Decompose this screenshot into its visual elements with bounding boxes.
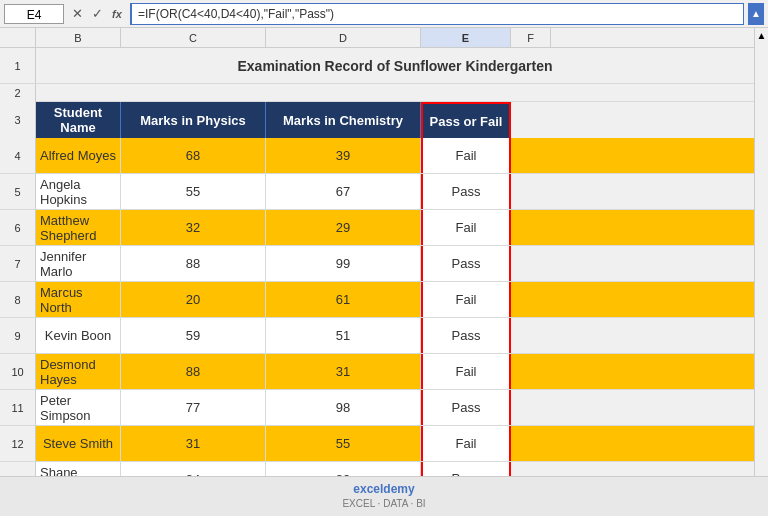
- vertical-scrollbar[interactable]: ▲: [754, 28, 768, 476]
- cell-ref-box[interactable]: E4: [4, 4, 64, 24]
- cell-physics-4[interactable]: 68: [121, 138, 266, 173]
- col-header-f[interactable]: F: [511, 28, 551, 47]
- row-num-header: [0, 28, 36, 47]
- cell-physics-13[interactable]: 84: [121, 462, 266, 476]
- table-row: 12 Steve Smith 31 55 Fail: [0, 426, 754, 462]
- formula-bar-icons: ✕ ✓ fx: [68, 5, 126, 23]
- cell-f-12: [511, 426, 551, 461]
- cell-result-7[interactable]: Pass: [421, 246, 511, 281]
- cell-name-7[interactable]: Jennifer Marlo: [36, 246, 121, 281]
- cell-f-5: [511, 174, 551, 209]
- table-row: 8 Marcus North 20 61 Fail: [0, 282, 754, 318]
- row-2: 2: [0, 84, 754, 102]
- cell-physics-11[interactable]: 77: [121, 390, 266, 425]
- cell-chemistry-6[interactable]: 29: [266, 210, 421, 245]
- table-row: 9 Kevin Boon 59 51 Pass: [0, 318, 754, 354]
- table-row: 7 Jennifer Marlo 88 99 Pass: [0, 246, 754, 282]
- cell-f-11: [511, 390, 551, 425]
- cell-physics-12[interactable]: 31: [121, 426, 266, 461]
- confirm-icon[interactable]: ✓: [88, 5, 106, 23]
- cell-physics-6[interactable]: 32: [121, 210, 266, 245]
- cell-physics-5[interactable]: 55: [121, 174, 266, 209]
- cell-f-8: [511, 282, 551, 317]
- col-header-d[interactable]: D: [266, 28, 421, 47]
- row-num-6: 6: [0, 210, 36, 245]
- cell-name-8[interactable]: Marcus North: [36, 282, 121, 317]
- cancel-icon[interactable]: ✕: [68, 5, 86, 23]
- app-window: E4 ✕ ✓ fx ▲ B C D E F 1 Examination Reco…: [0, 0, 768, 516]
- cell-name-5[interactable]: Angela Hopkins: [36, 174, 121, 209]
- cell-physics-8[interactable]: 20: [121, 282, 266, 317]
- cell-f-9: [511, 318, 551, 353]
- cell-result-5[interactable]: Pass: [421, 174, 511, 209]
- col-header-c[interactable]: C: [121, 28, 266, 47]
- insert-function-icon[interactable]: fx: [108, 5, 126, 23]
- title-cell: Examination Record of Sunflower Kinderga…: [36, 48, 754, 83]
- cell-f-13: [511, 462, 551, 476]
- cell-chemistry-11[interactable]: 98: [266, 390, 421, 425]
- cell-result-13[interactable]: Pass: [421, 462, 511, 476]
- header-pass-fail: Pass or Fail: [421, 102, 511, 138]
- header-marks-physics: Marks in Physics: [121, 102, 266, 138]
- cell-chemistry-7[interactable]: 99: [266, 246, 421, 281]
- cell-name-9[interactable]: Kevin Boon: [36, 318, 121, 353]
- watermark: exceldemy EXCEL · DATA · BI: [0, 476, 768, 516]
- table-row: 4 Alfred Moyes 68 39 Fail: [0, 138, 754, 174]
- cell-chemistry-9[interactable]: 51: [266, 318, 421, 353]
- row-3: 3 Student Name Marks in Physics Marks in…: [0, 102, 754, 138]
- cell-result-9[interactable]: Pass: [421, 318, 511, 353]
- row-num-12: 12: [0, 426, 36, 461]
- row-1: 1 Examination Record of Sunflower Kinder…: [0, 48, 754, 84]
- cell-name-12[interactable]: Steve Smith: [36, 426, 121, 461]
- cell-physics-7[interactable]: 88: [121, 246, 266, 281]
- cell-physics-9[interactable]: 59: [121, 318, 266, 353]
- header-student-name: Student Name: [36, 102, 121, 138]
- row-2-num: 2: [0, 84, 36, 102]
- cell-name-6[interactable]: Matthew Shepherd: [36, 210, 121, 245]
- table-row: 10 Desmond Hayes 88 31 Fail: [0, 354, 754, 390]
- table-row: 11 Peter Simpson 77 98 Pass: [0, 390, 754, 426]
- cell-f-7: [511, 246, 551, 281]
- cell-chemistry-8[interactable]: 61: [266, 282, 421, 317]
- spreadsheet-area: B C D E F 1 Examination Record of Sunflo…: [0, 28, 768, 476]
- col-headers: B C D E F: [0, 28, 754, 48]
- cell-chemistry-13[interactable]: 80: [266, 462, 421, 476]
- cell-name-10[interactable]: Desmond Hayes: [36, 354, 121, 389]
- cell-chemistry-12[interactable]: 55: [266, 426, 421, 461]
- table-row: 13 Shane Hayes 84 80 Pass: [0, 462, 754, 476]
- table-row: 5 Angela Hopkins 55 67 Pass: [0, 174, 754, 210]
- row-3-num: 3: [0, 102, 36, 138]
- col-header-e[interactable]: E: [421, 28, 511, 47]
- table-row: 6 Matthew Shepherd 32 29 Fail: [0, 210, 754, 246]
- cell-chemistry-4[interactable]: 39: [266, 138, 421, 173]
- row-num-11: 11: [0, 390, 36, 425]
- formula-scroll-arrow[interactable]: ▲: [748, 3, 764, 25]
- row-1-num: 1: [0, 48, 36, 83]
- row-num-13: 13: [0, 462, 36, 476]
- header-marks-chemistry: Marks in Chemistry: [266, 102, 421, 138]
- formula-bar: E4 ✕ ✓ fx ▲: [0, 0, 768, 28]
- formula-input[interactable]: [130, 3, 744, 25]
- cell-physics-10[interactable]: 88: [121, 354, 266, 389]
- cell-name-13[interactable]: Shane Hayes: [36, 462, 121, 476]
- watermark-text: exceldemy EXCEL · DATA · BI: [342, 482, 425, 511]
- cell-name-11[interactable]: Peter Simpson: [36, 390, 121, 425]
- row-num-5: 5: [0, 174, 36, 209]
- row-num-10: 10: [0, 354, 36, 389]
- cell-f-10: [511, 354, 551, 389]
- row-num-9: 9: [0, 318, 36, 353]
- col-header-b[interactable]: B: [36, 28, 121, 47]
- cell-chemistry-10[interactable]: 31: [266, 354, 421, 389]
- row-2-empty: [36, 84, 754, 101]
- cell-chemistry-5[interactable]: 67: [266, 174, 421, 209]
- cell-result-10[interactable]: Fail: [421, 354, 511, 389]
- cell-name-4[interactable]: Alfred Moyes: [36, 138, 121, 173]
- cell-result-6[interactable]: Fail: [421, 210, 511, 245]
- cell-f-6: [511, 210, 551, 245]
- cell-result-4[interactable]: Fail: [421, 138, 511, 173]
- spreadsheet: B C D E F 1 Examination Record of Sunflo…: [0, 28, 754, 476]
- cell-f-4: [511, 138, 551, 173]
- cell-result-8[interactable]: Fail: [421, 282, 511, 317]
- cell-result-11[interactable]: Pass: [421, 390, 511, 425]
- cell-result-12[interactable]: Fail: [421, 426, 511, 461]
